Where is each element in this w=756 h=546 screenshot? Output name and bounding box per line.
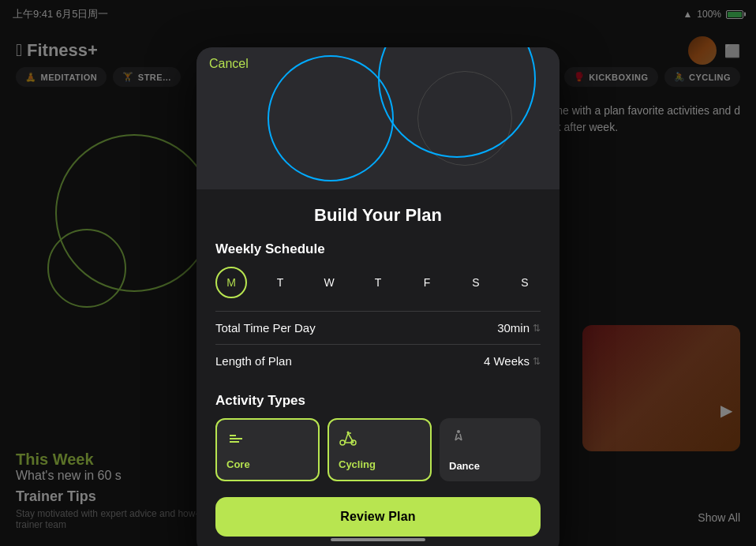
length-chevron: ⇅ [533, 356, 541, 367]
core-icon [226, 429, 309, 452]
day-saturday[interactable]: S [460, 267, 492, 298]
review-plan-button[interactable]: Review Plan [215, 497, 541, 537]
dance-label: Dance [449, 460, 531, 472]
day-sunday[interactable]: S [509, 267, 541, 298]
day-selector: M T W T F S S [215, 267, 541, 298]
day-friday[interactable]: F [411, 267, 443, 298]
svg-point-3 [340, 440, 345, 445]
weekly-schedule-label: Weekly Schedule [215, 241, 541, 257]
activity-card-core[interactable]: Core [215, 418, 320, 481]
day-tuesday[interactable]: T [264, 267, 296, 298]
cancel-button[interactable]: Cancel [209, 57, 249, 71]
svg-point-5 [347, 432, 350, 434]
total-time-val: 30min [497, 321, 530, 335]
day-monday[interactable]: M [215, 267, 247, 298]
home-indicator [331, 538, 425, 541]
build-plan-modal: Cancel Build Your Plan Weekly Schedule M… [196, 47, 560, 546]
hero-circles [196, 47, 560, 189]
activity-types-label: Activity Types [215, 393, 541, 409]
activity-grid: Core Cycling [215, 418, 541, 481]
total-time-label: Total Time Per Day [215, 321, 316, 335]
activity-types-section: Activity Types Core [215, 393, 541, 481]
hero-arc [378, 47, 536, 158]
length-row: Length of Plan 4 Weeks ⇅ [215, 344, 541, 377]
day-wednesday[interactable]: W [313, 267, 345, 298]
svg-point-6 [457, 430, 460, 433]
total-time-chevron: ⇅ [533, 323, 541, 334]
modal-content: Build Your Plan Weekly Schedule M T W T … [196, 189, 560, 546]
dance-icon [449, 428, 531, 451]
activity-card-dance[interactable]: Dance [440, 418, 541, 481]
modal-hero: Cancel [196, 47, 560, 189]
cycling-activity-label: Cycling [339, 458, 421, 470]
length-label: Length of Plan [215, 354, 292, 368]
total-time-row: Total Time Per Day 30min ⇅ [215, 311, 541, 344]
core-label: Core [226, 458, 309, 470]
length-val: 4 Weeks [484, 354, 530, 368]
total-time-value[interactable]: 30min ⇅ [497, 321, 541, 335]
activity-card-cycling[interactable]: Cycling [327, 418, 432, 481]
cycling-activity-icon [339, 429, 421, 452]
length-value[interactable]: 4 Weeks ⇅ [484, 354, 541, 368]
day-thursday[interactable]: T [362, 267, 394, 298]
modal-title: Build Your Plan [215, 205, 541, 226]
hero-circle-blue [268, 55, 394, 181]
